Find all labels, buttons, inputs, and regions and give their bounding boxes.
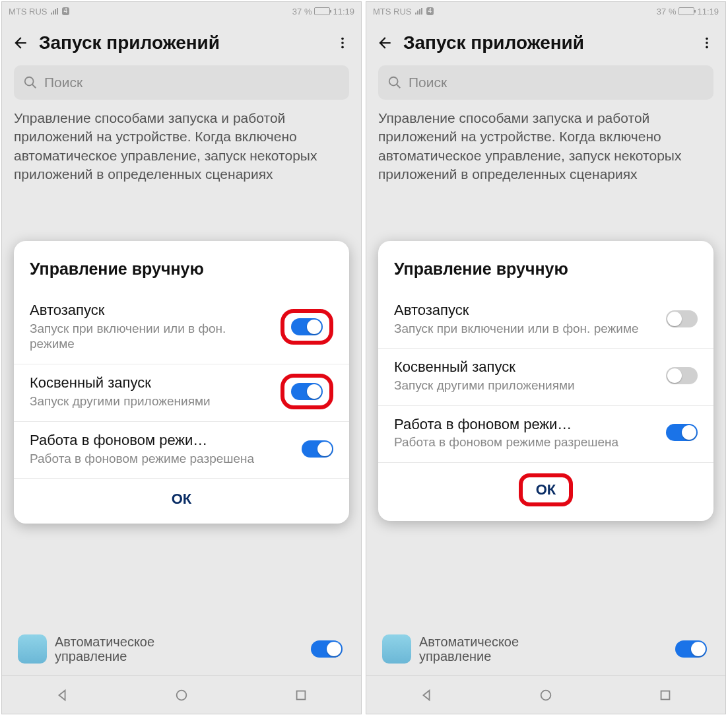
autostart-toggle[interactable]: [291, 318, 323, 335]
option-background: Работа в фоновом режи… Работа в фоновом …: [14, 422, 349, 479]
notification-count-badge: 4: [62, 7, 70, 15]
nav-recent-button[interactable]: [657, 687, 674, 704]
option-title: Работа в фоновом режи…: [30, 431, 294, 450]
signal-icon: [50, 7, 59, 15]
signal-icon: [414, 7, 424, 15]
nav-bar: [2, 675, 361, 714]
nav-back-button[interactable]: [418, 687, 435, 704]
phone-screen-right: MTS RUS 4 37 % 11:19 Запуск приложений П…: [366, 1, 726, 714]
svg-line-11: [397, 85, 401, 88]
option-subtitle: Запуск при включении или в фон. режиме: [394, 321, 658, 337]
svg-point-1: [341, 42, 344, 44]
manual-control-dialog: Управление вручную Автозапуск Запуск при…: [14, 241, 349, 524]
page-description: Управление способами запуска и работой п…: [2, 109, 361, 190]
battery-icon: [314, 7, 330, 15]
page-title: Запуск приложений: [39, 32, 324, 53]
manual-control-dialog: Управление вручную Автозапуск Запуск при…: [378, 241, 713, 521]
option-subtitle: Запуск при включении или в фон. режиме: [30, 321, 273, 353]
app-icon: [18, 634, 47, 664]
svg-point-0: [341, 38, 344, 40]
option-subtitle: Запуск другими приложениями: [30, 393, 273, 409]
search-input[interactable]: Поиск: [14, 65, 349, 100]
app-icon: [382, 634, 411, 664]
dialog-title: Управление вручную: [378, 241, 713, 292]
option-indirect-launch: Косвенный запуск Запуск другими приложен…: [14, 364, 349, 422]
dialog-title: Управление вручную: [14, 241, 349, 292]
option-subtitle: Работа в фоновом режиме разрешена: [30, 451, 294, 467]
more-menu-button[interactable]: [333, 34, 352, 52]
option-title: Автозапуск: [394, 301, 658, 320]
svg-point-2: [341, 46, 344, 49]
svg-point-12: [541, 690, 551, 700]
more-menu-button[interactable]: [698, 34, 716, 52]
carrier-label: MTS RUS: [373, 7, 412, 17]
svg-point-10: [389, 77, 398, 86]
svg-point-7: [706, 38, 708, 40]
svg-point-9: [706, 46, 708, 49]
background-toggle: [311, 640, 343, 658]
status-bar: MTS RUS 4 37 % 11:19: [2, 2, 361, 20]
indirect-launch-toggle[interactable]: [666, 367, 698, 384]
background-work-toggle[interactable]: [302, 440, 333, 458]
highlight-ring: ОК: [519, 473, 574, 506]
option-subtitle: Запуск другими приложениями: [394, 378, 658, 393]
header: Запуск приложений: [366, 20, 725, 65]
clock: 11:19: [333, 7, 354, 17]
svg-point-3: [25, 77, 34, 86]
page-title: Запуск приложений: [403, 32, 688, 53]
highlight-ring: [281, 309, 333, 345]
svg-rect-13: [661, 691, 670, 699]
nav-home-button[interactable]: [173, 687, 190, 704]
status-bar: MTS RUS 4 37 % 11:19: [366, 2, 725, 20]
search-input[interactable]: Поиск: [378, 65, 713, 100]
battery-icon: [678, 7, 694, 15]
option-title: Работа в фоновом режи…: [394, 415, 658, 434]
search-icon: [23, 75, 38, 90]
search-icon: [387, 75, 402, 90]
header: Запуск приложений: [2, 20, 361, 65]
nav-recent-button[interactable]: [292, 687, 310, 704]
svg-line-4: [32, 85, 36, 88]
option-title: Косвенный запуск: [30, 374, 273, 392]
background-list-item: Автоматическое управление: [378, 632, 713, 666]
background-list-item: Автоматическое управление: [14, 632, 349, 666]
clock: 11:19: [697, 7, 719, 17]
option-autostart: Автозапуск Запуск при включении или в фо…: [14, 292, 349, 364]
nav-back-button[interactable]: [53, 687, 71, 704]
indirect-launch-toggle[interactable]: [291, 383, 323, 400]
page-description: Управление способами запуска и работой п…: [366, 109, 725, 190]
svg-point-5: [177, 690, 187, 700]
background-work-toggle[interactable]: [666, 424, 698, 441]
carrier-label: MTS RUS: [9, 7, 48, 17]
svg-rect-6: [297, 691, 306, 699]
phone-screen-left: MTS RUS 4 37 % 11:19 Запуск приложений П…: [1, 1, 362, 714]
search-placeholder: Поиск: [409, 75, 447, 90]
ok-button[interactable]: ОК: [168, 489, 196, 509]
background-toggle: [675, 640, 707, 658]
back-button[interactable]: [11, 34, 30, 52]
option-background: Работа в фоновом режи… Работа в фоновом …: [378, 406, 713, 463]
nav-home-button[interactable]: [537, 687, 554, 704]
option-title: Автозапуск: [30, 301, 273, 320]
back-button[interactable]: [376, 34, 394, 52]
option-subtitle: Работа в фоновом режиме разрешена: [394, 434, 658, 450]
autostart-toggle[interactable]: [666, 310, 698, 327]
notification-count-badge: 4: [426, 7, 434, 15]
option-autostart: Автозапуск Запуск при включении или в фо…: [378, 292, 713, 349]
svg-point-8: [706, 42, 708, 44]
battery-pct: 37 %: [292, 7, 312, 17]
option-title: Косвенный запуск: [394, 358, 658, 376]
nav-bar: [366, 675, 725, 714]
battery-pct: 37 %: [657, 7, 677, 17]
option-indirect-launch: Косвенный запуск Запуск другими приложен…: [378, 349, 713, 405]
highlight-ring: [281, 374, 333, 409]
ok-button[interactable]: ОК: [532, 480, 560, 500]
search-placeholder: Поиск: [44, 75, 83, 90]
